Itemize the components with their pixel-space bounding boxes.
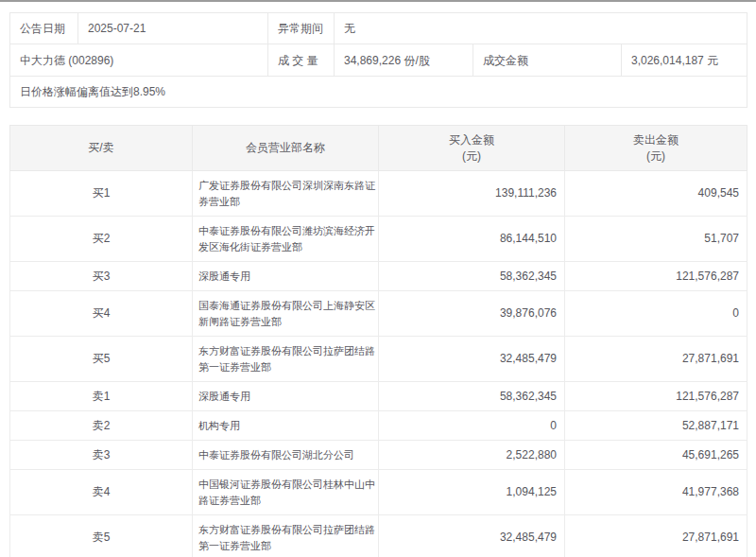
sell-amount-cell: 27,871,691 (565, 337, 747, 382)
col-header-side: 买/卖 (10, 126, 193, 171)
table-header-row: 买/卖 会员营业部名称 买入金额 (元) 卖出金额 (元) (10, 126, 747, 171)
table-row: 买1 广发证券股份有限公司深圳深南东路证券营业部 139,111,236 409… (10, 171, 747, 217)
branch-cell: 深股通专用 (193, 382, 379, 411)
table-row: 买3 深股通专用 58,362,345 121,576,287 (10, 262, 747, 291)
side-cell: 买1 (10, 171, 193, 217)
sell-amount-cell: 52,887,171 (565, 411, 747, 441)
abnormal-period-label: 异常期间 (268, 13, 335, 44)
col-header-buy: 买入金额 (元) (379, 126, 565, 171)
stock-name: 中大力德 (002896) (10, 44, 268, 77)
table-row: 卖5 东方财富证券股份有限公司拉萨团结路第一证券营业部 32,485,479 2… (10, 515, 747, 557)
table-row: 买5 东方财富证券股份有限公司拉萨团结路第一证券营业部 32,485,479 2… (10, 337, 747, 382)
announce-date-label: 公告日期 (10, 13, 78, 44)
buy-amount-cell: 58,362,345 (379, 262, 565, 291)
turnover-label: 成交金额 (473, 44, 622, 77)
sell-amount-cell: 27,871,691 (565, 515, 747, 557)
sell-amount-cell: 45,691,265 (565, 441, 747, 470)
col-header-sell: 卖出金额 (元) (565, 126, 747, 171)
sell-amount-cell: 121,576,287 (565, 382, 747, 411)
sell-amount-cell: 51,707 (565, 217, 747, 262)
col-header-buy-unit: (元) (387, 148, 557, 165)
table-row: 卖3 中泰证券股份有限公司湖北分公司 2,522,880 45,691,265 (10, 441, 747, 470)
side-cell: 卖1 (10, 382, 193, 411)
sell-amount-cell: 121,576,287 (565, 262, 747, 291)
col-header-branch: 会员营业部名称 (193, 126, 379, 171)
info-row-date: 公告日期 2025-07-21 异常期间 无 (10, 13, 747, 44)
volume-value: 34,869,226 份/股 (335, 44, 473, 77)
buy-amount-cell: 32,485,479 (379, 337, 565, 382)
side-cell: 买4 (10, 291, 193, 337)
branch-cell: 深股通专用 (193, 262, 379, 291)
volume-label: 成 交 量 (268, 44, 335, 77)
abnormal-period-value: 无 (335, 13, 747, 44)
table-row: 买4 国泰海通证券股份有限公司上海静安区新闸路证券营业部 39,876,076 … (10, 291, 747, 337)
buy-amount-cell: 1,094,125 (379, 470, 565, 515)
buy-amount-cell: 58,362,345 (379, 382, 565, 411)
side-cell: 卖2 (10, 411, 193, 441)
col-header-buy-label: 买入金额 (387, 132, 557, 148)
table-row: 卖2 机构专用 0 52,887,171 (10, 411, 747, 441)
info-row-stock: 中大力德 (002896) 成 交 量 34,869,226 份/股 成交金额 … (10, 44, 747, 77)
branch-cell: 国泰海通证券股份有限公司上海静安区新闸路证券营业部 (193, 291, 379, 337)
buy-amount-cell: 2,522,880 (379, 441, 565, 470)
branch-cell: 中泰证券股份有限公司潍坊滨海经济开发区海化街证券营业部 (193, 217, 379, 262)
side-cell: 卖4 (10, 470, 193, 515)
sell-amount-cell: 41,977,368 (565, 470, 747, 515)
table-row: 卖1 深股通专用 58,362,345 121,576,287 (10, 382, 747, 411)
col-header-branch-label: 会员营业部名称 (200, 140, 370, 156)
sell-amount-cell: 409,545 (565, 171, 747, 217)
deviation-note: 日价格涨幅偏离值达到8.95% (10, 77, 747, 108)
side-cell: 买5 (10, 337, 193, 382)
side-cell: 卖5 (10, 515, 193, 557)
col-header-sell-label: 卖出金额 (573, 132, 739, 148)
table-body: 买1 广发证券股份有限公司深圳深南东路证券营业部 139,111,236 409… (10, 171, 747, 557)
side-cell: 买2 (10, 217, 193, 262)
branch-cell: 中泰证券股份有限公司湖北分公司 (193, 441, 379, 470)
info-row-reason: 日价格涨幅偏离值达到8.95% (10, 77, 747, 108)
branch-cell: 机构专用 (193, 411, 379, 441)
branch-cell: 中国银河证券股份有限公司桂林中山中路证券营业部 (193, 470, 379, 515)
col-header-side-label: 买/卖 (18, 140, 184, 156)
buy-amount-cell: 32,485,479 (379, 515, 565, 557)
col-header-sell-unit: (元) (573, 148, 739, 165)
branch-cell: 广发证券股份有限公司深圳深南东路证券营业部 (193, 171, 379, 217)
announce-date-value: 2025-07-21 (78, 13, 268, 44)
side-cell: 卖3 (10, 441, 193, 470)
broker-seats-table: 买/卖 会员营业部名称 买入金额 (元) 卖出金额 (元) 买1 广发证券股份有… (9, 125, 747, 557)
branch-cell: 东方财富证券股份有限公司拉萨团结路第一证券营业部 (193, 515, 379, 557)
side-cell: 买3 (10, 262, 193, 291)
buy-amount-cell: 86,144,510 (379, 217, 565, 262)
buy-amount-cell: 139,111,236 (379, 171, 565, 217)
turnover-value: 3,026,014,187 元 (622, 44, 747, 77)
buy-amount-cell: 0 (379, 411, 565, 441)
stock-info-panel: 公告日期 2025-07-21 异常期间 无 中大力德 (002896) 成 交… (9, 12, 747, 108)
sell-amount-cell: 0 (565, 291, 747, 337)
buy-amount-cell: 39,876,076 (379, 291, 565, 337)
branch-cell: 东方财富证券股份有限公司拉萨团结路第一证券营业部 (193, 337, 379, 382)
top-divider (0, 0, 756, 2)
table-row: 买2 中泰证券股份有限公司潍坊滨海经济开发区海化街证券营业部 86,144,51… (10, 217, 747, 262)
table-row: 卖4 中国银河证券股份有限公司桂林中山中路证券营业部 1,094,125 41,… (10, 470, 747, 515)
